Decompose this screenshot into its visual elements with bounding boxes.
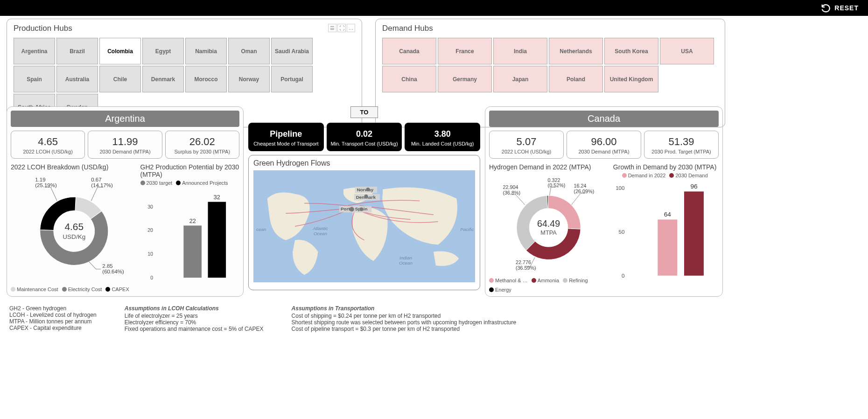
production-hub-item[interactable]: Australia [56,66,98,92]
production-hub-item[interactable]: Colombia [99,38,141,64]
production-hubs-title: Production Hubs [14,24,355,33]
legend-label: Announced Projects [182,180,228,186]
map-pacific-label: Pacific O [460,227,475,232]
kpi-value: 96.00 [569,136,639,148]
bar[interactable] [208,202,226,278]
legend-label: Maintenance Cost [17,286,58,292]
production-detail-panel: Argentina 4.652022 LCOH (USD/kg)11.99203… [7,106,244,297]
svg-point-16 [366,188,370,191]
footer-line: CAPEX - Capital expenditure [9,325,97,331]
footer-lcoh-head: Assumptions in LCOH Calculations [125,305,264,312]
legend-swatch [140,181,145,185]
kpi-value: 51.39 [646,136,716,148]
svg-text:20: 20 [147,227,153,233]
production-detail-header: Argentina [11,111,239,127]
svg-text:0: 0 [150,275,153,280]
production-hub-item[interactable]: Saudi Arabia [271,38,313,64]
svg-text:64.49: 64.49 [537,218,560,229]
kpi-card: 51.392030 Prod. Target (MTPA) [644,131,719,159]
footer-line: MTPA - Million tonnes per annum [9,318,97,325]
demand-hub-item[interactable]: India [493,38,547,64]
footer-trans-head: Assumptions in Transportation [292,305,517,312]
legend-swatch [105,287,110,292]
demand-detail-header: Canada [489,111,719,127]
demand-hub-item[interactable]: Germany [438,66,492,92]
production-hub-item[interactable]: Norway [228,66,270,92]
filter-icon[interactable]: ☰ [328,24,336,32]
kpi-label: Min. Transport Cost (USD/kg) [329,141,399,147]
kpi-label: 2030 Prod. Target (MTPA) [646,149,716,154]
demand-hub-item[interactable]: Poland [549,66,603,92]
legend-label: Energy [495,287,511,293]
legend-label: Methanol & … [495,278,528,283]
bar[interactable] [183,225,202,278]
production-hub-item[interactable]: Chile [99,66,141,92]
kpi-label: 2022 LCOH (USD/kg) [491,149,561,154]
demand-hub-item[interactable]: China [382,66,436,92]
svg-text:100: 100 [616,185,624,191]
footer-line: LCOH - Levelized cost of hydrogen [9,312,97,318]
footer-line: Fixed operations and maintenance cost = … [125,326,264,332]
kpi-card: 11.992030 Demand (MTPA) [88,131,162,159]
production-hub-item[interactable]: Spain [14,66,55,92]
expand-icon[interactable]: ⛶ [337,24,346,32]
demand-hub-item[interactable]: South Korea [604,38,658,64]
production-hub-item[interactable]: Denmark [142,66,184,92]
panel-toolbar: ☰ ⛶ … [328,24,355,32]
kpi-value: 11.99 [90,136,160,148]
reset-button[interactable]: RESET [834,4,859,12]
legend-label: 2030 Demand [675,173,707,178]
demand-hub-item[interactable]: Japan [493,66,547,92]
map-indian-label: IndianOcean [399,255,413,265]
slice-label: 0.67(14.17%) [91,177,113,189]
demand-donut-chart: 64.49MTPA16.24(26.09%)0.322(0.52%)22.904… [489,173,608,276]
legend-swatch [62,287,67,292]
lcoh-donut-chart: 4.65USD/Kg0.67(14.17%)1.19(25.19%)2.85(6… [11,173,138,285]
legend-label: 2030 target [147,180,173,186]
demand-hub-item[interactable]: United Kingdom [604,66,658,92]
slice-label: 1.19(25.19%) [35,177,57,189]
world-map[interactable]: Norway Denmark Portugal Spain cean Atlan… [253,170,475,282]
legend-swatch [489,278,494,283]
production-hub-item[interactable]: Egypt [142,38,184,64]
kpi-value: Pipeline [251,129,321,139]
kpi-label: 2022 LCOH (USD/kg) [13,149,83,154]
gh2-legend: 2030 targetAnnounced Projects [140,180,239,186]
production-hub-item[interactable]: Oman [228,38,270,64]
demand-donut-legend: Methanol & …AmmoniaRefiningEnergy [489,278,608,293]
legend-item: 2030 target [140,180,173,186]
more-icon[interactable]: … [347,24,355,32]
demand-hub-item[interactable]: Canada [382,38,436,64]
legend-item: Refining [563,278,588,283]
legend-item: Energy [489,287,511,293]
kpi-label: 2030 Demand (MTPA) [90,149,160,154]
kpi-card: 5.072022 LCOH (USD/kg) [489,131,564,159]
map-ocean-left: cean [256,227,266,232]
demand-hub-item[interactable]: France [438,38,492,64]
production-hub-item[interactable]: Morocco [185,66,227,92]
legend-label: Demand in 2022 [628,173,666,178]
production-kpi-row: 4.652022 LCOH (USD/kg)11.992030 Demand (… [11,131,239,159]
svg-text:32: 32 [213,194,220,201]
production-hub-item[interactable]: Namibia [185,38,227,64]
undo-icon[interactable] [820,3,831,13]
center-column: TO PipelineCheapest Mode of Transport0.0… [248,106,480,297]
lcoh-legend: Maintenance CostElectricity CostCAPEX [11,286,138,292]
production-hub-item[interactable]: Brazil [56,38,98,64]
kpi-card: 0.02Min. Transport Cost (USD/kg) [327,123,402,151]
kpi-label: Min. Landed Cost (USD/kg) [407,141,477,147]
bar[interactable] [658,220,677,276]
footer-notes: GH2 - Green hydrogenLCOH - Levelized cos… [9,305,859,332]
demand-hub-item[interactable]: USA [660,38,714,64]
legend-item: CAPEX [105,286,129,292]
bar[interactable] [684,191,704,275]
legend-label: CAPEX [112,286,129,292]
legend-item: Methanol & … [489,278,528,283]
production-hub-item[interactable]: Portugal [271,66,313,92]
demand-hub-item[interactable]: Netherlands [549,38,603,64]
demand-kpi-row: 5.072022 LCOH (USD/kg)96.002030 Demand (… [489,131,719,159]
legend-swatch [532,278,536,283]
svg-point-15 [364,195,368,198]
legend-item: Maintenance Cost [11,286,58,292]
production-hub-item[interactable]: Argentina [14,38,55,64]
